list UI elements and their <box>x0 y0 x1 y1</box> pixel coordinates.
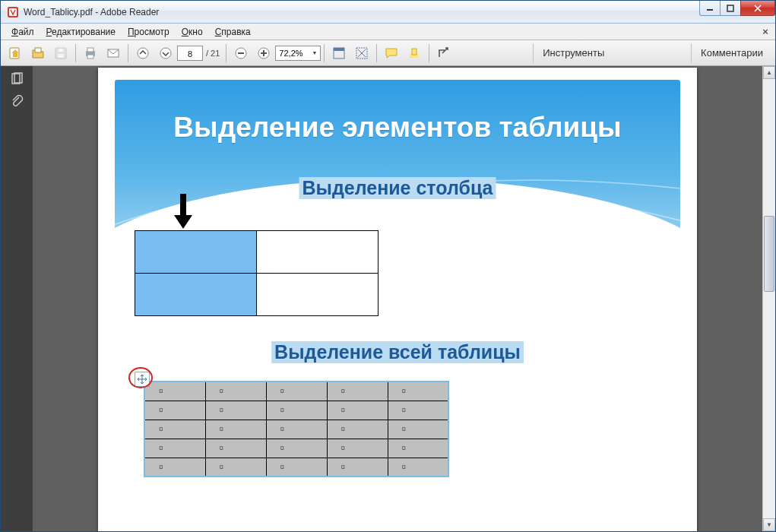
column-selection-table <box>135 230 378 316</box>
table-cell: ¤ <box>205 458 266 477</box>
comment-button[interactable] <box>382 43 401 63</box>
slide-title: Выделение элементов таблицы <box>115 80 680 144</box>
table-cell: ¤ <box>388 382 448 401</box>
highlight-button[interactable] <box>404 43 424 63</box>
table-cell: ¤ <box>388 420 448 439</box>
svg-rect-24 <box>12 74 20 84</box>
svg-point-13 <box>138 48 148 59</box>
table-cell: ¤ <box>144 401 205 420</box>
table-cell: ¤ <box>388 401 448 420</box>
svg-point-14 <box>160 48 171 59</box>
table-cell <box>135 231 257 274</box>
subtitle-column-selection: Выделение столбца <box>299 177 496 199</box>
window-titlebar: Word_Tablicy.pdf - Adobe Reader <box>1 1 775 24</box>
zoom-dropdown[interactable]: 72,2% ▼ <box>275 46 321 61</box>
tool-hand-button[interactable] <box>352 43 372 63</box>
close-document-button[interactable]: × <box>760 26 771 37</box>
annotation-red-circle <box>128 367 153 388</box>
table-cell: ¤ <box>205 382 266 401</box>
comments-pane-button[interactable]: Комментарии <box>691 43 772 63</box>
svg-rect-19 <box>263 50 264 56</box>
attachments-icon[interactable] <box>8 93 25 110</box>
save-button[interactable] <box>51 43 71 63</box>
print-button[interactable] <box>81 43 100 63</box>
menu-window-label: кно <box>188 27 203 37</box>
thumbnails-icon[interactable] <box>8 71 25 87</box>
zoom-out-button[interactable] <box>231 43 251 63</box>
table-cell: ¤ <box>266 458 327 477</box>
svg-rect-3 <box>727 5 733 11</box>
table-cell: ¤ <box>144 382 205 401</box>
menu-help[interactable]: Справка <box>209 25 257 39</box>
full-selection-table: ¤¤¤¤¤ ¤¤¤¤¤ ¤¤¤¤¤ ¤¤¤¤¤ ¤¤¤¤¤ <box>144 381 449 477</box>
window-close-button[interactable] <box>740 1 775 16</box>
page-up-button[interactable] <box>133 43 153 63</box>
email-button[interactable] <box>103 43 123 63</box>
read-mode-button[interactable] <box>434 43 454 63</box>
adobe-reader-icon <box>7 6 19 18</box>
svg-rect-8 <box>59 49 63 52</box>
page-total-label: / 21 <box>206 49 220 58</box>
table-cell: ¤ <box>266 420 327 439</box>
full-table-selection-wrapper: ¤¤¤¤¤ ¤¤¤¤¤ ¤¤¤¤¤ ¤¤¤¤¤ ¤¤¤¤¤ <box>144 381 449 477</box>
chevron-down-icon: ▼ <box>312 50 317 55</box>
scroll-down-button[interactable]: ▼ <box>763 518 775 531</box>
table-cell: ¤ <box>266 382 327 401</box>
menu-file[interactable]: Файл <box>5 25 40 39</box>
menu-help-label: правка <box>221 27 250 37</box>
table-cell: ¤ <box>388 458 448 477</box>
table-cell: ¤ <box>144 420 205 439</box>
table-cell: ¤ <box>205 401 266 420</box>
table-cell: ¤ <box>205 420 266 439</box>
svg-rect-21 <box>334 48 344 51</box>
table-cell: ¤ <box>327 439 388 458</box>
pdf-page: Выделение элементов таблицы Выделение ст… <box>98 68 697 531</box>
svg-rect-2 <box>707 9 713 11</box>
svg-rect-10 <box>87 48 93 52</box>
export-pdf-button[interactable] <box>5 43 25 63</box>
svg-rect-5 <box>35 48 41 52</box>
table-cell <box>135 274 257 316</box>
menu-view-label: росмотр <box>135 27 169 37</box>
table-cell: ¤ <box>266 439 327 458</box>
tool-select-button[interactable] <box>329 43 349 63</box>
svg-rect-11 <box>87 55 93 59</box>
menu-file-label: айл <box>18 27 33 37</box>
window-maximize-button[interactable] <box>720 1 741 16</box>
menu-edit-label: едактирование <box>52 27 116 37</box>
table-cell: ¤ <box>144 439 205 458</box>
table-cell: ¤ <box>327 458 388 477</box>
vertical-scrollbar[interactable]: ▲ ▼ <box>762 66 775 531</box>
svg-rect-16 <box>238 52 244 54</box>
window-minimize-button[interactable] <box>699 1 721 16</box>
window-title: Word_Tablicy.pdf - Adobe Reader <box>24 7 159 17</box>
open-button[interactable] <box>28 43 48 63</box>
zoom-value: 72,2% <box>279 49 302 58</box>
menubar: Файл Редактирование Просмотр Окно Справк… <box>1 24 775 40</box>
menu-edit[interactable]: Редактирование <box>40 25 122 39</box>
table-cell: ¤ <box>388 439 448 458</box>
table-cell: ¤ <box>144 458 205 477</box>
down-arrow-icon <box>174 194 192 230</box>
slide-banner: Выделение элементов таблицы <box>115 80 680 255</box>
table-cell: ¤ <box>327 401 388 420</box>
svg-rect-25 <box>14 73 22 83</box>
table-cell: ¤ <box>205 439 266 458</box>
scroll-thumb[interactable] <box>764 216 774 292</box>
menu-view[interactable]: Просмотр <box>122 25 176 39</box>
table-cell <box>257 274 378 316</box>
page-down-button[interactable] <box>156 43 176 63</box>
tools-pane-button[interactable]: Инструменты <box>533 43 613 63</box>
page-number-input[interactable]: 8 <box>177 46 203 61</box>
zoom-in-button[interactable] <box>254 43 274 63</box>
table-cell <box>257 231 378 274</box>
subtitle-table-selection: Выделение всей таблицы <box>271 341 524 363</box>
scroll-track[interactable] <box>763 79 775 518</box>
table-cell: ¤ <box>327 420 388 439</box>
svg-rect-7 <box>58 54 64 58</box>
page-viewer[interactable]: Выделение элементов таблицы Выделение ст… <box>33 66 762 531</box>
scroll-up-button[interactable]: ▲ <box>763 66 775 79</box>
table-cell: ¤ <box>266 401 327 420</box>
svg-rect-26 <box>180 194 186 217</box>
menu-window[interactable]: Окно <box>176 25 209 39</box>
